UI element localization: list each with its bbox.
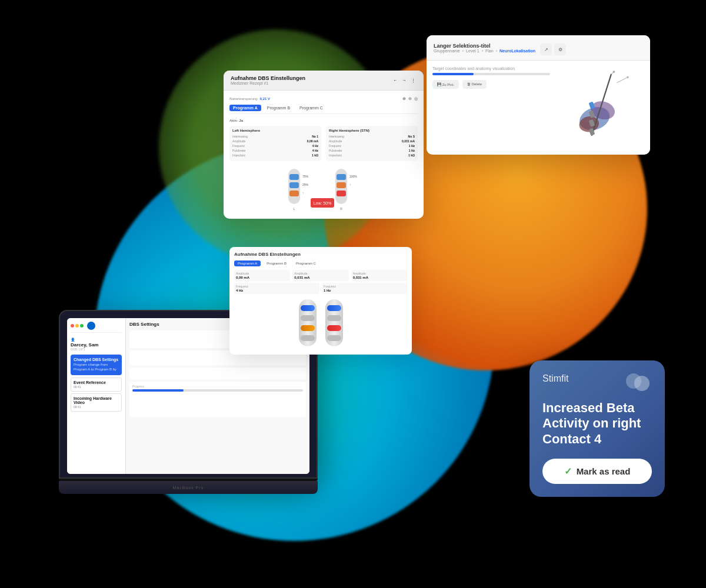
right-frequency: Frequenz 1 Hz (329, 144, 415, 148)
dbs2-cell-amplitude-right: Amplitude 0,031 mA (292, 270, 348, 281)
svg-text:R: R (340, 207, 342, 211)
neuro-action-icons: ↗ ⚙ (540, 44, 566, 55)
neuro-action-buttons: 💾 Zu Pict. 🗑 Delete (432, 80, 550, 89)
neuro-breadcrumb-group: Gruppenname (434, 49, 460, 53)
dbs-control-2[interactable]: → (401, 77, 408, 84)
right-interleaving-label: Interleaving (329, 135, 344, 138)
dbs2-tab-a[interactable]: Programm A (234, 260, 261, 266)
mark-as-read-button[interactable]: ✓ Mark as read (542, 459, 652, 484)
sidebar-item-2[interactable]: Incoming Hardware Video 09:41 (71, 393, 122, 412)
window-close-dot (71, 324, 74, 328)
sidebar-header (71, 322, 122, 333)
el-contact-r1 (327, 305, 341, 311)
sidebar-notification: Changed DBS Settings Program change from… (71, 355, 122, 375)
app-section-3 (129, 368, 306, 379)
progress-bar-fill (132, 389, 184, 392)
left-interleaving: Interleaving No 1 (232, 135, 318, 138)
svg-text:75%: 75% (302, 175, 309, 178)
stimfit-circles (626, 373, 652, 391)
right-amplitude-value: 0,031 mA (402, 139, 415, 143)
left-impedance-label: Impedanz (232, 153, 245, 157)
sidebar-item-2-title: Incoming Hardware Video (74, 396, 119, 405)
svg-rect-3 (289, 191, 299, 196)
neuro-btn-save[interactable]: 💾 Zu Pict. (432, 80, 459, 89)
left-pulse-label: Pulsbreite (232, 149, 245, 152)
dbs2-tab-c[interactable]: Programm C (292, 260, 319, 266)
right-frequency-label: Frequenz (329, 144, 341, 148)
dbs2-frequency-right: Frequenz 1 Hz (322, 283, 407, 294)
svg-point-28 (627, 76, 629, 79)
right-interleaving-value: No S (408, 135, 415, 138)
right-amplitude-label: Amplitude (329, 139, 342, 143)
right-impedance-label: Impedanz (329, 153, 342, 157)
svg-text:↑: ↑ (302, 191, 304, 195)
neuro-action-share[interactable]: ↗ (540, 44, 552, 55)
right-pulse-label: Pulsbreite (329, 149, 342, 152)
sidebar-item-1[interactable]: Event Reference 08:41 (71, 377, 122, 392)
dbs2-frequency-left: Frequenz 4 Hz (234, 283, 319, 294)
right-frequency-value: 1 Hz (409, 144, 415, 148)
stimfit-card: Stimfit Increased Beta Activity on right… (530, 360, 665, 497)
neuro-breadcrumb-highlight: NeuroLokalisation (499, 49, 535, 53)
svg-text:L: L (294, 207, 295, 211)
dbs-battery-row: Batterieersparung 0,21 V ⊕ ⊖ ◎ (229, 96, 418, 101)
dbs-tab-programm-b[interactable]: Programm B (264, 105, 294, 111)
right-pulse: Pulsbreite 1 Hz (329, 149, 415, 152)
app-section-4: Progress (129, 382, 306, 417)
window-minimize-dot (75, 324, 79, 328)
svg-line-27 (617, 77, 628, 82)
left-frequency-label: Frequenz (232, 144, 245, 148)
left-hemisphere-title: Left Hemisphere (232, 129, 318, 132)
neuro-btn-save-label: Zu Pict. (442, 83, 454, 86)
left-impedance: Impedanz 1 kΩ (232, 153, 318, 157)
laptop-base (59, 481, 318, 494)
battery-ctrl-1[interactable]: ⊕ (402, 96, 406, 101)
left-pulse: Pulsbreite 4 Hz (232, 149, 318, 152)
dbs-tab-programm-c[interactable]: Programm C (296, 105, 327, 111)
neuro-right (556, 66, 644, 149)
check-icon: ✓ (564, 466, 572, 477)
dbs-card-header: Aufnahme DBS Einstellungen Mediziner Rez… (224, 71, 424, 91)
floating-card-neuro: Langer Selektions-titel Gruppenname › Le… (427, 35, 650, 155)
delete-icon: 🗑 (467, 82, 471, 86)
stimfit-circle-front (634, 376, 650, 391)
neuro-body: Target coordinates and anatomy visualiza… (427, 61, 650, 155)
svg-text:25%: 25% (302, 183, 309, 186)
left-amplitude: Amplitude 0,09 mA (232, 139, 318, 143)
dbs-tab-programm-a[interactable]: Programm A (229, 105, 261, 111)
el-contact-2 (301, 315, 315, 321)
neuro-btn-delete[interactable]: 🗑 Delete (462, 80, 487, 89)
sidebar-item-2-date: 09:41 (74, 405, 119, 409)
neuro-progress-fill (432, 73, 474, 75)
neuro-info-text: Target coordinates and anatomy visualiza… (432, 66, 550, 71)
neuro-header: Langer Selektions-titel Gruppenname › Le… (427, 35, 650, 61)
dbs2-tabs: Programm A Programm B Programm C (234, 260, 407, 266)
dbs-battery-left: Batterieersparung 0,21 V (229, 97, 270, 101)
sidebar-notification-text: Program change from Program A to Program… (74, 363, 119, 372)
dbs-control-1[interactable]: ← (392, 77, 399, 84)
hemisphere-left: Left Hemisphere Interleaving No 1 Amplit… (229, 126, 321, 161)
hemisphere-section: Left Hemisphere Interleaving No 1 Amplit… (229, 126, 418, 161)
electrode-svg: L 75% 25% ↑ R 100% ↑ Low: 50% (277, 166, 371, 213)
dbs-active-row: Aktiv: Ja (229, 119, 418, 122)
dbs2-tab-b[interactable]: Programm B (263, 260, 290, 266)
dbs-aktiv-label: Aktiv: Ja (229, 119, 243, 122)
dbs2-amplitude-left: 0,09 mA (236, 276, 288, 279)
dbs-control-3[interactable]: ⋮ (409, 77, 417, 84)
right-amplitude: Amplitude 0,031 mA (329, 139, 415, 143)
neuro-action-settings[interactable]: ⚙ (554, 44, 566, 55)
dbs2-header: Aufnahme DBS Einstellungen (234, 252, 407, 257)
dbs-card-sub: Mediziner Rezept #1 (231, 81, 305, 85)
progress-bar-track (132, 389, 303, 392)
battery-ctrl-2[interactable]: ⊖ (408, 96, 412, 101)
svg-point-26 (613, 71, 615, 73)
left-amplitude-label: Amplitude (232, 139, 245, 143)
right-impedance-value: 1 kΩ (408, 153, 415, 157)
sidebar-notification-title: Changed DBS Settings (74, 358, 119, 362)
electrode-3d-container (234, 296, 407, 350)
left-pulse-value: 4 Hz (312, 149, 318, 152)
neuro-breadcrumb-flag: Flan (485, 49, 494, 53)
sidebar-item-1-date: 08:41 (74, 385, 119, 389)
svg-text:100%: 100% (349, 175, 357, 178)
battery-ctrl-3[interactable]: ◎ (414, 96, 418, 101)
